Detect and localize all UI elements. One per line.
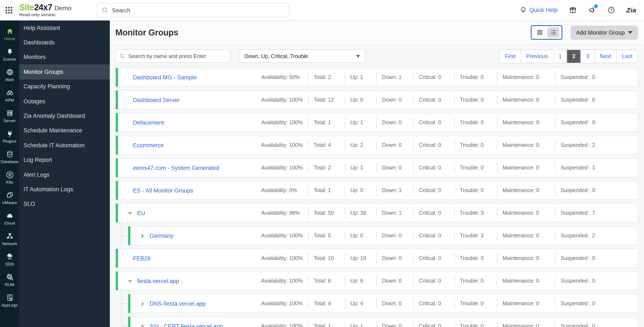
chevron-down-icon[interactable] — [127, 210, 133, 216]
rail-item-cloud[interactable]: Cloud — [0, 208, 19, 229]
stat-critical: Critical: 0 — [413, 317, 454, 327]
stat-trouble: Trouble: 0 — [454, 295, 497, 313]
sidebar-item-help-assistant[interactable]: Help Assistant — [19, 20, 110, 35]
pagination: FirstPrevious123NextLast — [499, 49, 638, 63]
group-name-link[interactable]: Dashboard MG - Sample — [133, 74, 197, 80]
sidebar-item-capacity-planning[interactable]: Capacity Planning — [19, 79, 110, 94]
gift-icon[interactable] — [569, 6, 577, 14]
page-item-next[interactable]: Next — [594, 50, 616, 62]
group-name-link[interactable]: SSL_CERT-fiesta.vercel.app — [150, 323, 223, 327]
global-search-box[interactable] — [97, 3, 289, 17]
rail-item-web[interactable]: Web — [0, 65, 19, 85]
chevron-right-icon[interactable] — [140, 323, 146, 327]
rail-item-apm[interactable]: APM — [0, 85, 19, 106]
stat-suspended: Suspended : 0 — [555, 68, 638, 86]
stat-down: Down: 1 — [376, 68, 413, 86]
rum-icon — [6, 273, 14, 281]
page-item-previous[interactable]: Previous — [521, 50, 553, 62]
stat-total: Total: 10 — [308, 249, 345, 267]
list-view-button[interactable] — [548, 27, 560, 37]
quick-help-button[interactable]: Quick Help — [519, 6, 558, 14]
chevron-right-icon[interactable] — [140, 301, 146, 307]
add-monitor-group-button[interactable]: Add Monitor Group — [570, 25, 638, 39]
sidebar-item-schedule-maintenance[interactable]: Schedule Maintenance — [19, 123, 110, 138]
sidebar-item-outages[interactable]: Outages — [19, 94, 110, 109]
page-item-last[interactable]: Last — [616, 50, 638, 62]
announcements-button[interactable] — [588, 6, 596, 14]
stat-critical: Critical: 0 — [413, 227, 454, 245]
page-item-2[interactable]: 2 — [567, 50, 580, 62]
monitor-group-row: GermanyAvailability: 100%Total: 5Up: 0Do… — [128, 226, 638, 245]
group-name-link[interactable]: DNS-fiesta.vercel.app — [150, 300, 206, 307]
monitor-group-row: DNS-fiesta.vercel.appAvailability: 100%T… — [128, 294, 638, 313]
page-item-3[interactable]: 3 — [580, 50, 594, 62]
help-circle-icon[interactable]: ? — [607, 6, 615, 14]
grid-view-button[interactable] — [534, 27, 546, 37]
sidebar-item-slo[interactable]: SLO — [19, 197, 110, 211]
sidebar-item-zia-anomaly-dashboard[interactable]: Zia Anomaly Dashboard — [19, 109, 110, 123]
sidebar-item-monitor-groups[interactable]: Monitor Groups — [19, 64, 110, 79]
rail-item-network[interactable]: Network — [0, 229, 19, 249]
stat-maintenance: Maintenance: 0 — [497, 181, 555, 199]
rail-item-sdn[interactable]: SDN — [0, 249, 19, 270]
status-filter-dropdown[interactable]: Down, Up, Critical, Trouble — [239, 49, 365, 63]
rail-item-rum[interactable]: RUM — [0, 270, 19, 290]
rail-item-applogs[interactable]: AppLogs — [0, 290, 19, 311]
stat-trouble: Trouble: 0 — [454, 249, 497, 267]
group-search-input[interactable] — [128, 53, 226, 59]
server-icon — [6, 109, 14, 117]
rail-item-server[interactable]: Server — [0, 106, 19, 126]
site24x7-logo[interactable]: Site24x7 Demo Read-only version — [19, 3, 71, 17]
group-name-link[interactable]: EU — [137, 210, 145, 216]
monitor-group-card: EUAvailability: 98%Total: 50Up: 39Down: … — [116, 204, 638, 222]
zia-icon[interactable]: Zia — [626, 6, 636, 14]
chevron-right-icon[interactable] — [140, 233, 146, 239]
sidebar-item-it-automation-logs[interactable]: IT Automation Logs — [19, 182, 110, 197]
home-icon — [6, 27, 14, 35]
monitor-group-card: DefacementAvailability: 100%Total: 1Up: … — [116, 113, 638, 132]
stat-maintenance: Maintenance: 0 — [497, 317, 555, 327]
logo-text-site: Site — [19, 3, 34, 12]
group-name-link[interactable]: Ecommerce — [133, 142, 164, 148]
sidebar-item-alert-logs[interactable]: Alert Logs — [19, 167, 110, 182]
group-name-link[interactable]: Germany — [150, 232, 173, 239]
group-name-link[interactable]: Dashboard Server — [133, 97, 180, 103]
stat-suspended: Suspended : 2 — [555, 227, 638, 245]
group-name-link[interactable]: Defacement — [133, 119, 164, 126]
stat-up: Up: 0 — [345, 227, 376, 245]
sidebar-item-schedule-it-automation[interactable]: Schedule IT Automation — [19, 138, 110, 153]
monitor-group-card: fiesta.vercel.appAvailability: 100%Total… — [116, 272, 638, 290]
group-name-link[interactable]: eems47.com - System Generated — [133, 165, 219, 171]
group-name-link[interactable]: ES - All Monitor Groups — [133, 187, 193, 194]
stat-maintenance: Maintenance: 0 — [497, 272, 555, 290]
rail-item-vmware[interactable]: VMware — [0, 188, 19, 208]
stat-up: Up: 1 — [345, 159, 376, 177]
page-item-first[interactable]: First — [500, 50, 521, 62]
global-search-input[interactable] — [112, 7, 284, 13]
monitor-group-row: FEB28Availability: 100%Total: 10Up: 10Do… — [116, 249, 638, 268]
apps-grid-icon[interactable] — [4, 5, 14, 15]
group-search-box[interactable] — [116, 49, 230, 63]
rail-item-k8s[interactable]: K8s — [0, 167, 19, 188]
sidebar-item-log-report[interactable]: Log Report — [19, 153, 110, 167]
stat-trouble: Trouble: 3 — [454, 204, 497, 222]
grid-view-icon — [536, 29, 543, 36]
stat-up: Up: 2 — [345, 136, 376, 154]
sidebar-item-monitors[interactable]: Monitors — [19, 50, 110, 65]
rail-item-home[interactable]: Home — [0, 24, 19, 44]
rail-item-database[interactable]: Database — [0, 147, 19, 167]
stat-trouble: Trouble: 0 — [454, 136, 497, 154]
stat-availability: Availability: 98% — [256, 204, 308, 222]
stat-trouble: Trouble: 0 — [454, 181, 497, 199]
group-name-link[interactable]: fiesta.vercel.app — [137, 278, 179, 284]
stat-down: Down: 0 — [376, 159, 413, 177]
rail-item-label: K8s — [6, 180, 13, 184]
group-name-link[interactable]: FEB28 — [133, 255, 151, 262]
page-item-1[interactable]: 1 — [553, 50, 567, 62]
chevron-down-icon[interactable] — [127, 278, 133, 284]
sidebar-item-dashboards[interactable]: Dashboards — [19, 35, 110, 50]
rail-item-plugins[interactable]: Plugins — [0, 126, 19, 147]
rail-item-events[interactable]: Events — [0, 44, 19, 65]
database-icon — [6, 150, 14, 158]
topbar-actions: Quick Help ? Zia — [519, 6, 644, 14]
